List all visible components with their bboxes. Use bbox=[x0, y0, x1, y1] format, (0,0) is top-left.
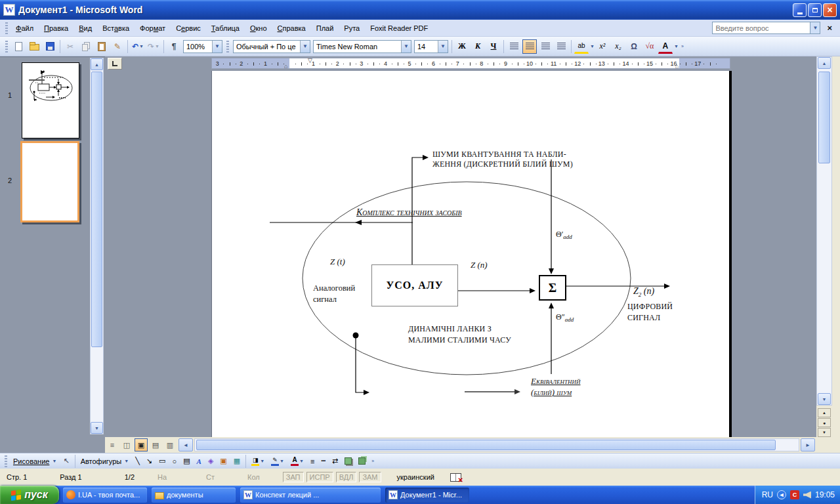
style-combo[interactable]: Обычный + По це ▼ bbox=[233, 40, 310, 53]
ask-question-input[interactable] bbox=[712, 22, 810, 34]
start-button[interactable]: пуск bbox=[0, 486, 59, 504]
paste-button[interactable] bbox=[94, 39, 109, 54]
menu-item[interactable]: Вид bbox=[74, 22, 97, 34]
overtype-indicator[interactable]: ЗАМ bbox=[359, 472, 381, 482]
tab-stop-selector[interactable] bbox=[108, 58, 122, 70]
hide-icons-chevron-icon[interactable]: ◄ bbox=[777, 490, 786, 499]
drawing-menu-button[interactable]: Рисование ▼ bbox=[10, 455, 59, 468]
menu-item[interactable]: Формат bbox=[135, 22, 171, 34]
clock[interactable]: 19:05 bbox=[815, 490, 835, 499]
reading-layout-button[interactable]: ▥ bbox=[163, 438, 177, 452]
font-color-button[interactable]: А bbox=[658, 39, 673, 54]
undo-dropdown-icon[interactable]: ▼ bbox=[139, 44, 144, 49]
vertical-scrollbar[interactable]: ▲ ▼ bbox=[816, 56, 832, 406]
menu-item[interactable]: Вставка bbox=[97, 22, 135, 34]
shadow-style-button[interactable] bbox=[342, 455, 354, 468]
align-left-button[interactable] bbox=[507, 39, 521, 54]
3d-style-button[interactable] bbox=[356, 455, 368, 468]
select-objects-button[interactable]: ↖ bbox=[60, 455, 72, 468]
scroll-right-icon[interactable]: ► bbox=[801, 438, 815, 452]
horizontal-ruler[interactable]: 3211234567891011121314151617 ▽ ⌂ ⌂ bbox=[211, 58, 730, 69]
menubar-close-icon[interactable]: × bbox=[827, 23, 832, 33]
menu-item[interactable]: Рута bbox=[339, 22, 365, 34]
highlight-button[interactable]: ab bbox=[574, 39, 589, 54]
taskbar-task-button[interactable]: документы bbox=[152, 488, 236, 503]
scroll-up-icon[interactable]: ▲ bbox=[818, 57, 831, 69]
record-macro-indicator[interactable]: ЗАП bbox=[283, 472, 304, 482]
format-painter-button[interactable]: ✎ bbox=[110, 39, 125, 54]
align-center-button[interactable] bbox=[522, 39, 537, 54]
omega-symbol-button[interactable]: Ω bbox=[627, 39, 641, 54]
cut-button[interactable]: ✂ bbox=[63, 39, 77, 54]
redo-dropdown-icon[interactable]: ▼ bbox=[155, 44, 159, 49]
copy-button[interactable] bbox=[79, 39, 93, 54]
highlight-dropdown-icon[interactable]: ▼ bbox=[590, 44, 595, 49]
zoom-dropdown-icon[interactable]: ▼ bbox=[212, 41, 222, 52]
scrollbar-thumb[interactable] bbox=[91, 72, 102, 347]
thumbnail-scrollbar[interactable]: ▲ ▼ bbox=[90, 58, 104, 434]
menu-item[interactable]: Таблица bbox=[206, 22, 245, 34]
taskbar-task-button[interactable]: WКонспект лекций ... bbox=[240, 488, 381, 503]
toolbar-grip[interactable] bbox=[5, 41, 8, 52]
new-document-button[interactable] bbox=[11, 39, 26, 54]
toolbar-grip[interactable] bbox=[5, 455, 7, 467]
font-color-dropdown-icon[interactable]: ▼ bbox=[674, 44, 679, 49]
line-style-button[interactable]: ≡ bbox=[308, 455, 317, 468]
wordart-button[interactable]: А bbox=[194, 455, 204, 468]
status-language[interactable]: украинский bbox=[390, 473, 441, 481]
horizontal-scrollbar[interactable] bbox=[194, 438, 799, 452]
save-button[interactable] bbox=[43, 39, 57, 54]
close-button[interactable]: × bbox=[823, 3, 837, 17]
arrow-style-button[interactable]: ⇄ bbox=[329, 455, 341, 468]
fill-color-button[interactable]: ◨▼ bbox=[249, 455, 267, 468]
volume-icon[interactable] bbox=[803, 492, 811, 499]
document-page[interactable]: ШУМИ КВАНТУВАННЯ ТА НАБЛИ- ЖЕННЯ (ДИСКРЕ… bbox=[211, 71, 732, 437]
oval-tool-button[interactable]: ○ bbox=[169, 455, 179, 468]
question-dropdown-icon[interactable]: ▼ bbox=[810, 22, 820, 34]
toolbar-grip[interactable] bbox=[226, 41, 229, 52]
arrow-tool-button[interactable]: ↘ bbox=[144, 455, 155, 468]
italic-button[interactable]: К bbox=[471, 39, 485, 54]
clip-art-button[interactable]: ▣ bbox=[217, 455, 229, 468]
show-marks-button[interactable]: ¶ bbox=[167, 39, 181, 54]
print-layout-view-button[interactable]: ▣ bbox=[135, 438, 148, 452]
page1-thumbnail[interactable] bbox=[22, 62, 79, 138]
first-line-indent-marker[interactable]: ▽ bbox=[308, 58, 312, 64]
menu-item[interactable]: Справка bbox=[272, 22, 311, 34]
font-size-dropdown-icon[interactable]: ▼ bbox=[438, 41, 448, 52]
font-size-combo[interactable]: 14 ▼ bbox=[414, 40, 448, 53]
dash-style-button[interactable]: ┅ bbox=[318, 455, 328, 468]
scroll-down-icon[interactable]: ▼ bbox=[818, 393, 831, 405]
menu-item[interactable]: Плай bbox=[311, 22, 339, 34]
menu-item[interactable]: Файл bbox=[10, 22, 39, 34]
spelling-grammar-icon[interactable]: ✕ bbox=[450, 473, 461, 482]
menu-item[interactable]: Сервис bbox=[171, 22, 206, 34]
taskbar-task-button[interactable]: WДокумент1 - Micr... bbox=[385, 488, 469, 503]
toolbar-grip[interactable] bbox=[5, 22, 8, 34]
bold-button[interactable]: Ж bbox=[455, 39, 469, 54]
toolbar-overflow-icon[interactable]: » bbox=[371, 459, 374, 463]
minimize-button[interactable] bbox=[793, 3, 807, 17]
text-box-button[interactable]: ▤ bbox=[180, 455, 192, 468]
restore-button[interactable] bbox=[808, 3, 822, 17]
menu-item[interactable]: Окно bbox=[245, 22, 272, 34]
extend-selection-indicator[interactable]: ВДЛ bbox=[336, 472, 357, 482]
redo-button[interactable]: ↷▼ bbox=[146, 39, 161, 54]
normal-view-button[interactable]: ≡ bbox=[106, 438, 119, 452]
diagram-button[interactable]: ◈ bbox=[205, 455, 216, 468]
sigma-summator-box[interactable]: Σ bbox=[539, 275, 566, 301]
insert-picture-button[interactable]: ▦ bbox=[231, 455, 243, 468]
rectangle-tool-button[interactable]: ▭ bbox=[156, 455, 168, 468]
tray-c-icon[interactable]: C bbox=[790, 490, 799, 499]
align-right-button[interactable] bbox=[538, 39, 553, 54]
outline-view-button[interactable]: ▤ bbox=[149, 438, 162, 452]
web-layout-view-button[interactable]: ◫ bbox=[120, 438, 133, 452]
menu-item[interactable]: Foxit Reader PDF bbox=[365, 22, 433, 34]
select-browse-object-button[interactable]: ● bbox=[818, 418, 831, 427]
right-indent-marker[interactable]: ⌂ bbox=[675, 64, 679, 69]
toolbar-overflow-icon[interactable]: » bbox=[681, 44, 684, 49]
style-dropdown-icon[interactable]: ▼ bbox=[300, 41, 310, 52]
scrollbar-thumb[interactable] bbox=[196, 440, 776, 450]
subscript-button[interactable]: x₂ bbox=[611, 39, 625, 54]
line-tool-button[interactable]: ╲ bbox=[133, 455, 142, 468]
